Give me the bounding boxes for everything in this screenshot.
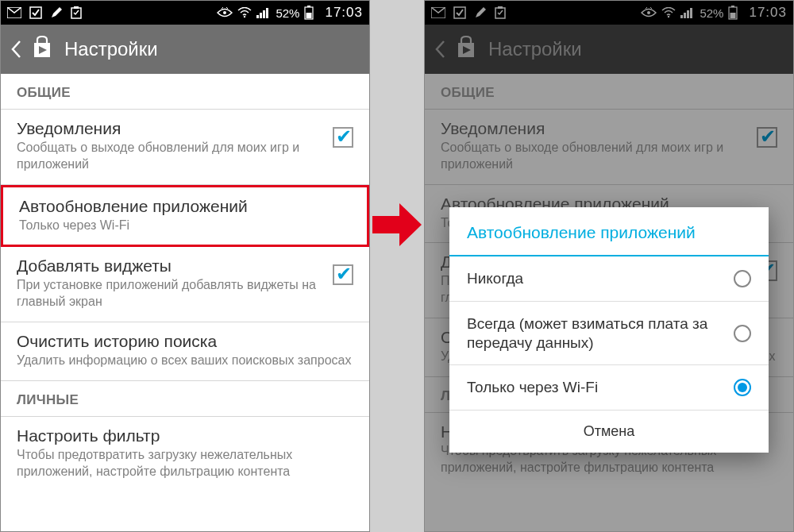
dialog-option-wifi[interactable]: Только через Wi-Fi (449, 365, 769, 411)
item-title: Очистить историю поиска (17, 332, 353, 351)
settings-list: ОБЩИЕ Уведомления Сообщать о выходе обно… (1, 74, 369, 491)
radio-unselected-icon[interactable] (734, 270, 751, 287)
svg-rect-8 (256, 15, 259, 18)
mail-icon (7, 7, 21, 18)
item-filter[interactable]: Настроить фильтр Чтобы предотвратить заг… (1, 417, 369, 492)
svg-rect-11 (266, 8, 268, 18)
dialog-option-never[interactable]: Никогда (449, 256, 769, 302)
radio-unselected-icon[interactable] (734, 325, 751, 342)
phone-right: 52% 17:03 Настройки ОБЩИЕ Уведомления Со… (424, 0, 794, 532)
item-autoupdate[interactable]: Автообновление приложений Только через W… (1, 185, 369, 248)
checkbox-checked-icon[interactable] (333, 264, 353, 285)
checkbox-icon (29, 6, 42, 19)
item-title: Настроить фильтр (17, 426, 353, 445)
back-icon[interactable] (10, 40, 21, 59)
item-sub: Сообщать о выходе обновлений для моих иг… (17, 140, 318, 173)
play-store-icon (29, 35, 53, 64)
item-sub: Только через Wi-Fi (19, 218, 351, 234)
svg-point-4 (223, 11, 226, 14)
svg-rect-9 (260, 13, 262, 18)
option-label: Только через Wi-Fi (467, 378, 734, 397)
section-personal: ЛИЧНЫЕ (1, 381, 369, 417)
item-sub: Чтобы предотвратить загрузку нежелательн… (17, 447, 353, 480)
checkbox-checked-icon[interactable] (333, 127, 353, 148)
battery-percent: 52% (276, 6, 299, 20)
item-widgets[interactable]: Добавлять виджеты При установке приложен… (1, 247, 369, 322)
signal-icon (256, 7, 269, 18)
item-title: Добавлять виджеты (17, 256, 318, 276)
option-label: Никогда (467, 269, 734, 288)
svg-rect-10 (263, 10, 265, 18)
item-sub: При установке приложений добавлять видже… (17, 277, 318, 310)
svg-line-6 (226, 7, 228, 9)
section-general: ОБЩИЕ (1, 74, 369, 110)
item-sub: Удалить информацию о всех ваших поисковы… (17, 353, 353, 369)
svg-point-7 (244, 16, 245, 17)
item-title: Уведомления (17, 119, 318, 138)
option-label: Всегда (может взиматься плата за передач… (467, 314, 734, 353)
radio-selected-icon[interactable] (734, 379, 751, 396)
svg-rect-3 (74, 6, 79, 9)
page-title: Настройки (64, 38, 158, 60)
eye-icon (217, 7, 233, 18)
status-bar: 52% 17:03 (1, 1, 369, 25)
battery-icon (304, 6, 314, 20)
pencil-icon (50, 6, 63, 19)
autoupdate-dialog: Автообновление приложений Никогда Всегда… (449, 207, 769, 453)
clock: 17:03 (325, 5, 363, 21)
clipboard-icon (71, 6, 82, 19)
wifi-icon (237, 7, 252, 18)
phone-left: 52% 17:03 Настройки ОБЩИЕ Уведомления Со… (0, 0, 370, 532)
item-notifications[interactable]: Уведомления Сообщать о выходе обновлений… (1, 110, 369, 185)
dialog-option-always[interactable]: Всегда (может взиматься плата за передач… (449, 302, 769, 366)
dialog-cancel-button[interactable]: Отмена (449, 411, 769, 453)
item-clear-history[interactable]: Очистить историю поиска Удалить информац… (1, 322, 369, 381)
arrow-icon (371, 197, 423, 256)
dialog-title: Автообновление приложений (449, 207, 769, 256)
svg-rect-14 (306, 13, 312, 18)
app-bar: Настройки (1, 25, 369, 74)
item-title: Автообновление приложений (19, 197, 351, 216)
svg-line-5 (222, 7, 223, 9)
